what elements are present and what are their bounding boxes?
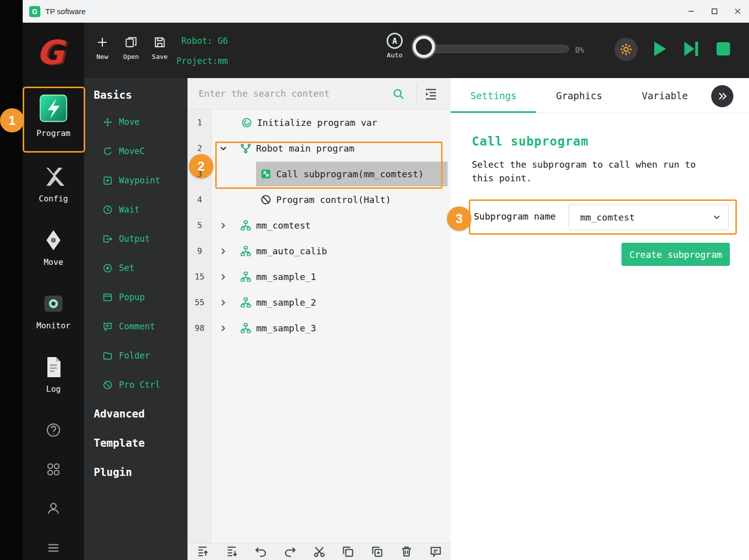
tab-settings[interactable]: Settings [451,78,536,113]
delete-button[interactable] [400,545,413,558]
menu-icon[interactable] [45,539,62,556]
move-nav-icon [41,228,66,252]
sidebar-item-config[interactable]: Config [23,159,84,222]
palette-item-movec[interactable]: MoveC [84,136,188,166]
insert-down-button[interactable] [225,545,238,558]
tab-graphics[interactable]: Graphics [536,78,622,113]
palette-item-wait[interactable]: Wait [84,195,188,224]
user-icon[interactable] [45,500,62,517]
tree-row[interactable]: 98mm_sample_3 [188,315,451,341]
chevron-right-icon[interactable] [219,298,228,307]
undo-button[interactable] [254,545,268,558]
window-title: TP software [45,7,86,16]
maximize-button[interactable] [703,0,726,23]
tree-row[interactable]: 5mm_comtest [188,213,451,238]
palette-item-label: Output [119,234,150,244]
chevron-right-icon[interactable] [219,272,228,282]
sidebar-item-program[interactable]: Program [23,83,84,159]
palette-item-label: Waypoint [119,175,160,185]
close-button[interactable] [726,0,749,23]
chevron-down-icon[interactable] [219,144,228,153]
button-label: New [96,53,108,60]
sidebar-item-log[interactable]: Log [23,349,84,412]
call-subprogram-icon [260,168,272,180]
palette-item-label: Set [119,263,135,273]
sidebar-item-move[interactable]: Move [23,222,84,286]
comment-icon [102,321,113,332]
maximize-icon [711,8,718,15]
speed-percentage: 0% [575,46,584,55]
monitor-icon [41,292,66,316]
palette-item-comment[interactable]: Comment [84,312,188,341]
auto-mode-button[interactable]: A Auto [380,33,410,59]
search-input[interactable] [199,78,385,109]
create-subprogram-button[interactable]: Create subprogram [621,243,730,266]
redo-button[interactable] [283,545,297,558]
new-button[interactable]: New [88,36,116,60]
palette-item-waypoint[interactable]: Waypoint [84,166,188,195]
palette-item-move[interactable]: Move [84,107,188,136]
sidebar-item-label: Program [36,128,70,138]
search-bar [188,78,451,110]
slider-handle[interactable] [413,36,435,58]
tree-row[interactable]: 55mm_sample_2 [188,290,451,315]
comment-tool-button[interactable] [429,545,443,558]
copy-button[interactable] [341,545,355,558]
tree-row[interactable]: 9mm_auto_calib [188,238,451,264]
chevron-right-icon[interactable] [219,221,228,230]
open-button[interactable]: Open [117,36,145,60]
tree-row[interactable]: 3Call subprogram(mm_comtest) [188,161,451,187]
folder-icon [102,351,113,361]
divider [416,83,417,104]
tree-row-label: mm_comtest [256,220,310,231]
minimize-button[interactable] [679,0,703,23]
step-button[interactable] [681,39,701,59]
subprogram-name-select[interactable]: mm_comtest [569,204,729,230]
search-icon[interactable] [392,88,405,100]
tree-row[interactable]: 4Program control(Halt) [188,187,451,213]
chevron-right-icon[interactable] [219,247,228,256]
tree-row[interactable]: 2Robot main program [188,135,451,161]
nav-bottom-icons [23,412,84,556]
insert-up-button[interactable] [196,545,209,558]
auto-mode-icon: A [387,33,403,49]
paste-button[interactable] [370,545,384,558]
instruction-palette: BasicsMoveMoveCWaypointWaitOutputSetPopu… [84,78,188,560]
stop-button[interactable] [713,39,733,59]
palette-section-template[interactable]: Template [84,429,188,458]
line-number: 55 [188,290,212,315]
subprogram-icon [240,245,252,257]
play-button[interactable] [649,39,669,59]
output-icon [102,234,113,244]
line-number: 15 [188,264,212,290]
subprogram-icon [240,220,252,231]
sidebar-item-monitor[interactable]: Monitor [23,286,84,349]
chevron-right-icon[interactable] [219,324,228,333]
tab-variable[interactable]: Variable [622,78,708,113]
palette-section-advanced[interactable]: Advanced [84,399,188,429]
palette-item-pro-ctrl[interactable]: Pro Ctrl [84,370,188,399]
cut-button[interactable] [313,545,326,558]
palette-section-basics[interactable]: Basics [84,83,188,107]
window-margin [0,0,23,560]
palette-item-folder[interactable]: Folder [84,341,188,370]
save-button[interactable]: Save [146,36,174,60]
apps-icon[interactable] [45,461,62,478]
palette-item-popup[interactable]: Popup [84,283,188,312]
line-number: 5 [188,213,212,238]
tree-row[interactable]: 15mm_sample_1 [188,264,451,290]
palette-item-output[interactable]: Output [84,224,188,253]
tree-row[interactable]: 1Initialize program var [188,110,451,135]
help-icon[interactable] [45,422,62,439]
sidebar-item-label: Monitor [36,321,70,330]
button-label: Open [123,53,139,60]
outdent-icon[interactable] [423,87,439,102]
gear-button[interactable] [614,38,638,61]
speed-slider[interactable] [412,45,569,53]
palette-item-set[interactable]: Set [84,253,188,283]
palette-section-plugin[interactable]: Plugin [84,458,188,487]
palette-body: BasicsMoveMoveCWaypointWaitOutputSetPopu… [84,83,188,487]
expand-panel-button[interactable] [711,85,733,107]
tree-toolbar [188,543,451,560]
movec-icon [102,146,113,157]
